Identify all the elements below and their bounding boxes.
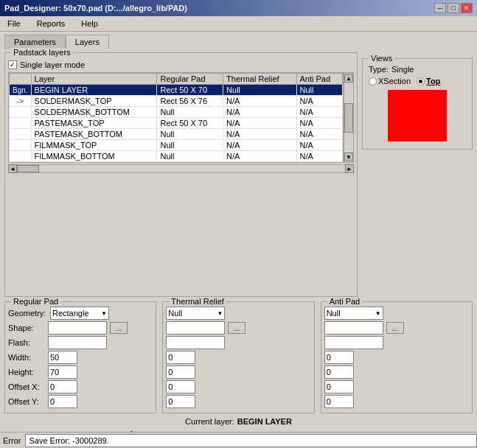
width-input[interactable] bbox=[48, 351, 77, 364]
table-row[interactable]: FILMMASK_TOP Null N/A N/A bbox=[10, 140, 343, 151]
scrollbar-left-btn[interactable]: ◄ bbox=[8, 164, 17, 173]
row-indicator bbox=[10, 129, 32, 140]
scrollbar-right-btn[interactable]: ► bbox=[345, 164, 354, 173]
thermal-title: Thermal Relief bbox=[169, 297, 226, 306]
anti-pad-group: Anti Pad Null ▼ ... bbox=[321, 301, 473, 413]
anti-flash-input[interactable] bbox=[324, 336, 383, 349]
thermal-offsetx-row bbox=[166, 380, 310, 393]
minimize-button[interactable]: ─ bbox=[434, 3, 446, 13]
anti-offsetx-input[interactable] bbox=[324, 380, 354, 393]
scrollbar-h-thumb[interactable] bbox=[17, 165, 39, 172]
radio-top-item[interactable]: Top bbox=[417, 77, 440, 85]
menu-bar: File Reports Help bbox=[0, 16, 477, 32]
single-layer-checkbox[interactable]: ✓ bbox=[8, 60, 17, 69]
row-indicator bbox=[10, 118, 32, 129]
table-row[interactable]: SOLDERMASK_BOTTOM Null N/A N/A bbox=[10, 107, 343, 118]
radio-xcross-item[interactable]: XSection bbox=[369, 77, 411, 85]
thermal-offsety-input[interactable] bbox=[166, 395, 195, 408]
table-row[interactable]: PASTEMASK_TOP Rect 50 X 70 N/A N/A bbox=[10, 118, 343, 129]
thermal-geo-row: Null ▼ bbox=[166, 307, 310, 320]
radio-xcross-circle[interactable] bbox=[369, 77, 377, 85]
anti-offsety-input[interactable] bbox=[324, 395, 354, 408]
offsety-row: Offset Y: bbox=[8, 395, 153, 408]
anti-height-input[interactable] bbox=[324, 365, 354, 379]
current-layer-bar: Current layer: BEGIN LAYER bbox=[0, 415, 477, 428]
status-error-message: Save Error: -3000289. bbox=[25, 434, 477, 447]
row-antipad: N/A bbox=[296, 140, 343, 151]
offsetx-input[interactable] bbox=[48, 380, 77, 393]
current-layer-value: BEGIN LAYER bbox=[237, 417, 292, 426]
anti-dropdown[interactable]: Null ▼ bbox=[324, 307, 383, 320]
anti-geo-row: Null ▼ bbox=[324, 307, 469, 320]
row-thermal: N/A bbox=[223, 129, 296, 140]
row-regular: Null bbox=[157, 140, 223, 151]
row-layer: SOLDERMASK_TOP bbox=[31, 96, 157, 107]
row-layer: PASTEMASK_TOP bbox=[31, 118, 157, 129]
anti-width-input[interactable] bbox=[324, 351, 354, 364]
table-row[interactable]: -> SOLDERMASK_TOP Rect 56 X 76 N/A N/A bbox=[10, 96, 343, 107]
row-layer: FILMMASK_TOP bbox=[31, 140, 157, 151]
close-button[interactable]: ✕ bbox=[461, 3, 473, 13]
views-group: Views Type: Single XSection Top bbox=[362, 58, 473, 150]
padstack-layers-group: Padstack layers ✓ Single layer mode Laye… bbox=[4, 52, 358, 297]
menu-file[interactable]: File bbox=[3, 18, 25, 29]
scrollbar-up-btn[interactable]: ▲ bbox=[344, 74, 353, 83]
pad-preview bbox=[388, 90, 447, 141]
maximize-button[interactable]: □ bbox=[448, 3, 459, 13]
thermal-height-input[interactable] bbox=[166, 365, 195, 379]
thermal-offsetx-input[interactable] bbox=[166, 380, 195, 393]
scrollbar-thumb[interactable] bbox=[344, 103, 353, 133]
shape-input[interactable] bbox=[48, 321, 107, 335]
flash-label: Flash: bbox=[8, 338, 45, 347]
anti-shape-row: ... bbox=[324, 321, 469, 335]
row-regular: Rect 50 X 70 bbox=[157, 118, 223, 129]
views-group-title: Views bbox=[369, 54, 394, 63]
padstack-group-title: Padstack layers bbox=[11, 48, 73, 57]
row-regular: Rect 50 X 70 bbox=[157, 85, 223, 96]
radio-top-circle[interactable] bbox=[417, 77, 425, 85]
thermal-browse-btn[interactable]: ... bbox=[228, 322, 246, 334]
thermal-shape-input[interactable] bbox=[166, 321, 225, 335]
anti-pad-title: Anti Pad bbox=[327, 297, 363, 306]
menu-reports[interactable]: Reports bbox=[32, 18, 70, 29]
flash-input[interactable] bbox=[48, 336, 107, 349]
row-antipad: N/A bbox=[296, 96, 343, 107]
offsety-input[interactable] bbox=[48, 395, 77, 408]
type-value: Single bbox=[391, 65, 414, 74]
row-thermal: N/A bbox=[223, 107, 296, 118]
thermal-dropdown[interactable]: Null ▼ bbox=[166, 307, 225, 320]
row-thermal: Null bbox=[223, 85, 296, 96]
anti-offsetx-row bbox=[324, 380, 469, 393]
row-indicator bbox=[10, 151, 32, 162]
row-indicator: -> bbox=[10, 96, 32, 107]
tab-layers[interactable]: Layers bbox=[66, 35, 109, 49]
title-bar: Pad_Designer: 50x70.pad (D:.../allegro_l… bbox=[0, 0, 477, 16]
table-row[interactable]: PASTEMASK_BOTTOM Null N/A N/A bbox=[10, 129, 343, 140]
table-row[interactable]: Bgn. BEGIN LAYER Rect 50 X 70 Null Null bbox=[10, 85, 343, 96]
col-layer: Layer bbox=[31, 74, 157, 85]
table-inner: Layer Regular Pad Thermal Relief Anti Pa… bbox=[8, 72, 344, 163]
bottom-columns: Regular Pad Geometry: Rectangle ▼ Shape:… bbox=[4, 301, 473, 413]
table-row[interactable]: FILMMASK_BOTTOM Null N/A N/A bbox=[10, 151, 343, 162]
tab-parameters[interactable]: Parameters bbox=[4, 35, 66, 49]
width-row: Width: bbox=[8, 351, 153, 364]
radio-top-label: Top bbox=[426, 77, 440, 85]
height-input[interactable] bbox=[48, 365, 77, 379]
row-thermal: N/A bbox=[223, 151, 296, 162]
anti-width-row bbox=[324, 351, 469, 364]
thermal-flash-input[interactable] bbox=[166, 336, 225, 349]
shape-browse-btn[interactable]: ... bbox=[110, 322, 128, 334]
menu-help[interactable]: Help bbox=[77, 18, 102, 29]
anti-browse-btn[interactable]: ... bbox=[386, 322, 404, 334]
scrollbar-h-track bbox=[17, 164, 345, 173]
views-panel: Views Type: Single XSection Top bbox=[362, 52, 473, 297]
row-indicator bbox=[10, 140, 32, 151]
bottom-section: Regular Pad Geometry: Rectangle ▼ Shape:… bbox=[0, 300, 477, 415]
flash-row: Flash: bbox=[8, 336, 153, 349]
scrollbar-down-btn[interactable]: ▼ bbox=[344, 153, 353, 161]
geometry-select[interactable]: Rectangle ▼ bbox=[50, 307, 109, 320]
title-bar-buttons: ─ □ ✕ bbox=[434, 3, 473, 13]
thermal-width-input[interactable] bbox=[166, 351, 195, 364]
anti-shape-input[interactable] bbox=[324, 321, 383, 335]
geometry-dropdown[interactable]: Rectangle ▼ bbox=[50, 307, 109, 320]
